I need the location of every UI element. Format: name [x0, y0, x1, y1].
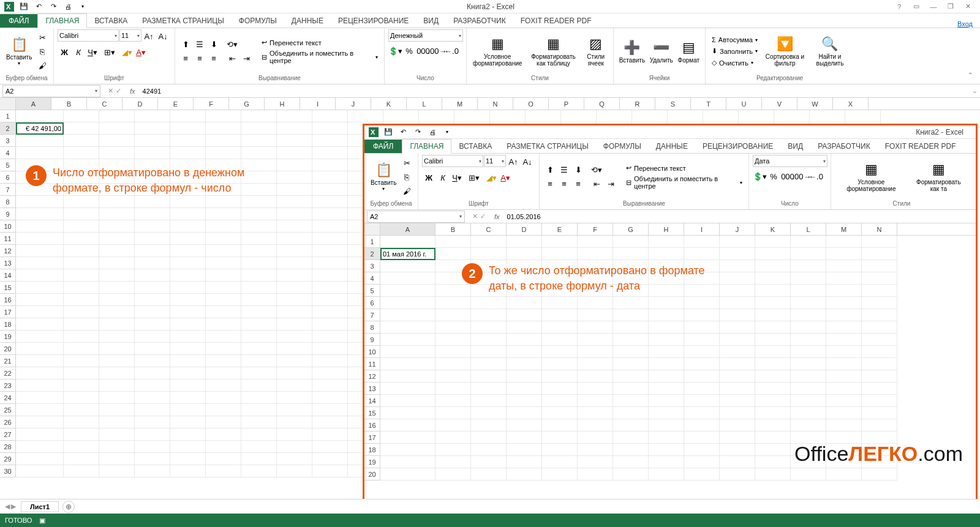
row-header[interactable]: 5: [0, 159, 16, 171]
cell[interactable]: [170, 343, 206, 355]
cell[interactable]: [277, 367, 312, 379]
cell[interactable]: [99, 331, 135, 343]
cell[interactable]: [16, 355, 64, 367]
cell[interactable]: [826, 272, 862, 285]
cell[interactable]: [684, 334, 720, 346]
cell[interactable]: [64, 282, 99, 294]
row-header[interactable]: 4: [0, 147, 16, 159]
cell[interactable]: [542, 395, 578, 407]
cell[interactable]: [16, 379, 64, 392]
cell[interactable]: [135, 269, 170, 282]
cell[interactable]: [206, 196, 241, 208]
cell[interactable]: [720, 285, 755, 297]
cell[interactable]: [135, 196, 170, 208]
cell[interactable]: [507, 321, 542, 334]
cell[interactable]: [206, 208, 241, 220]
cell[interactable]: [507, 297, 542, 309]
fx-icon[interactable]: fx: [126, 88, 139, 95]
select-all-corner[interactable]: [364, 223, 380, 235]
cell[interactable]: [542, 309, 578, 321]
cell[interactable]: [241, 379, 277, 392]
row-header[interactable]: 14: [0, 269, 16, 282]
cell[interactable]: [578, 321, 613, 334]
cell[interactable]: [471, 383, 507, 395]
cell[interactable]: [684, 407, 720, 419]
cell[interactable]: [720, 395, 755, 407]
cell[interactable]: [241, 392, 277, 404]
cell[interactable]: [613, 358, 649, 370]
cell[interactable]: [435, 419, 471, 432]
cell[interactable]: [170, 110, 206, 122]
align-right-icon[interactable]: ≡: [207, 52, 221, 65]
cell[interactable]: [16, 331, 64, 343]
row-header[interactable]: 11: [0, 233, 16, 245]
cell[interactable]: [435, 321, 471, 334]
cell[interactable]: [206, 404, 241, 416]
cell[interactable]: [578, 432, 613, 444]
cell[interactable]: [542, 407, 578, 419]
cell[interactable]: [99, 245, 135, 257]
cell[interactable]: [170, 294, 206, 306]
cell[interactable]: [613, 419, 649, 432]
align-top-icon[interactable]: ⬆: [179, 38, 192, 51]
cell[interactable]: [720, 260, 755, 272]
select-all-corner[interactable]: [0, 98, 16, 110]
cell[interactable]: [791, 321, 826, 334]
row-header[interactable]: 4: [364, 272, 380, 285]
cell[interactable]: [507, 383, 542, 395]
cell[interactable]: [791, 297, 826, 309]
indent-increase-icon[interactable]: ⇥: [239, 52, 253, 65]
cell[interactable]: [170, 220, 206, 233]
col-header[interactable]: S: [655, 98, 691, 110]
cell[interactable]: [649, 334, 684, 346]
cell[interactable]: [170, 392, 206, 404]
cell[interactable]: [578, 248, 613, 260]
cell[interactable]: [435, 297, 471, 309]
cell[interactable]: [810, 110, 845, 122]
cell[interactable]: [170, 379, 206, 392]
next-sheet-icon[interactable]: ▶: [11, 503, 16, 510]
cell[interactable]: [206, 122, 241, 135]
cell[interactable]: [312, 147, 348, 159]
format-painter-icon[interactable]: 🖌: [36, 59, 49, 72]
row-header[interactable]: 6: [0, 171, 16, 184]
col-header[interactable]: L: [791, 223, 826, 235]
cell[interactable]: [435, 407, 471, 419]
cell[interactable]: [454, 110, 490, 122]
cell[interactable]: [99, 135, 135, 147]
row-header[interactable]: 2: [0, 122, 16, 135]
cell[interactable]: [64, 257, 99, 269]
cell[interactable]: [135, 428, 170, 441]
cell[interactable]: [542, 248, 578, 260]
cell[interactable]: [135, 220, 170, 233]
cell[interactable]: [64, 208, 99, 220]
cell[interactable]: [206, 245, 241, 257]
cell[interactable]: [312, 257, 348, 269]
cell[interactable]: [668, 110, 703, 122]
name-box[interactable]: A2▾: [2, 85, 100, 97]
cell[interactable]: [826, 309, 862, 321]
close-icon[interactable]: ✕: [960, 1, 975, 12]
col-header[interactable]: I: [300, 98, 336, 110]
cell[interactable]: [380, 297, 435, 309]
cell[interactable]: [507, 468, 542, 480]
row-header[interactable]: 26: [0, 416, 16, 428]
font-name-combo[interactable]: Calibri▾: [422, 155, 483, 167]
cell[interactable]: [471, 432, 507, 444]
cell[interactable]: [684, 346, 720, 358]
cell[interactable]: [16, 269, 64, 282]
copy-icon[interactable]: ⎘: [400, 170, 413, 184]
cell[interactable]: [649, 248, 684, 260]
cell[interactable]: [241, 208, 277, 220]
cell[interactable]: [170, 257, 206, 269]
cell[interactable]: [64, 318, 99, 331]
col-header[interactable]: Q: [584, 98, 620, 110]
conditional-format-button[interactable]: ▦Условное форматирование: [835, 157, 908, 196]
cell[interactable]: [755, 334, 791, 346]
cell[interactable]: [64, 269, 99, 282]
sheet-tab[interactable]: Лист1: [21, 501, 59, 512]
cell[interactable]: [277, 110, 312, 122]
row-header[interactable]: 9: [364, 334, 380, 346]
cell[interactable]: [64, 220, 99, 233]
cell[interactable]: [578, 419, 613, 432]
